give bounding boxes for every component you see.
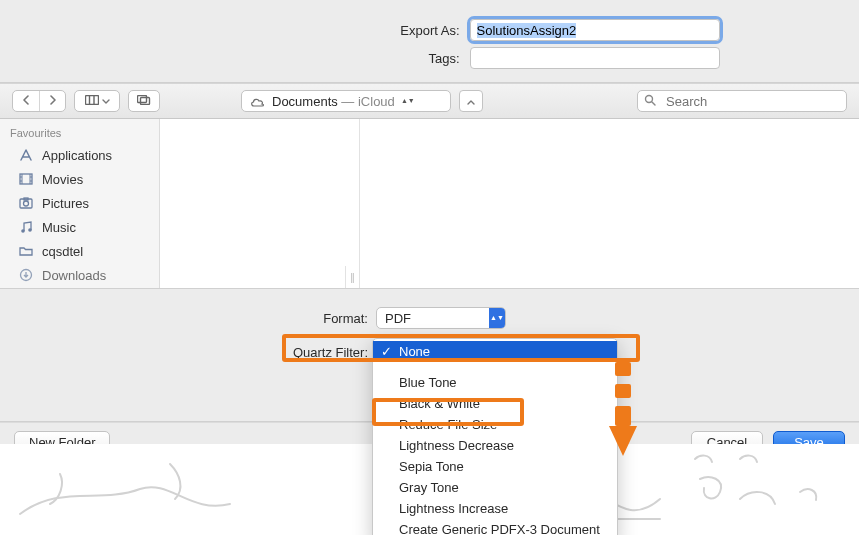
format-label: Format: — [0, 311, 368, 326]
dropdown-item-reduce-file-size[interactable]: Reduce File Size — [373, 414, 617, 435]
updown-icon: ▲▼ — [489, 308, 505, 328]
dropdown-item-label: None — [399, 344, 430, 359]
updown-icon: ▲▼ — [401, 93, 415, 109]
sidebar-item-folder[interactable]: cqsdtel — [0, 239, 159, 263]
quartz-filter-label: Quartz Filter: — [0, 345, 368, 360]
search-input[interactable] — [660, 91, 840, 111]
search-field-wrap[interactable] — [637, 90, 847, 112]
sidebar-item-applications[interactable]: Applications — [0, 143, 159, 167]
dropdown-item-label: Lightness Decrease — [399, 438, 514, 453]
dropdown-item-label: Sepia Tone — [399, 459, 464, 474]
dropdown-item-sepia-tone[interactable]: Sepia Tone — [373, 456, 617, 477]
folder-icon — [18, 243, 34, 259]
dropdown-item-label: Lightness Increase — [399, 501, 508, 516]
column-resize-handle[interactable]: ‖ — [345, 266, 359, 288]
chevron-up-icon — [467, 96, 475, 107]
location-popup[interactable]: Documents — iCloud ▲▼ — [241, 90, 451, 112]
sidebar-item-music[interactable]: Music — [0, 215, 159, 239]
export-header-panel: Export As: Tags: — [0, 0, 859, 83]
downloads-icon — [18, 267, 34, 283]
chevron-right-icon — [49, 95, 57, 107]
dropdown-item-none[interactable]: None — [373, 341, 617, 362]
file-browser: Favourites Applications Movies Pictures … — [0, 119, 859, 289]
sidebar-item-label: Applications — [42, 148, 112, 163]
dropdown-item-label: Blue Tone — [399, 375, 457, 390]
applications-icon — [18, 147, 34, 163]
chevron-left-icon — [22, 95, 30, 107]
dropdown-item-black-white[interactable]: Black & White — [373, 393, 617, 414]
svg-point-18 — [28, 228, 32, 232]
view-mode-button[interactable] — [75, 91, 119, 111]
svg-rect-0 — [85, 96, 98, 105]
dropdown-item-lightness-increase[interactable]: Lightness Increase — [373, 498, 617, 519]
svg-rect-4 — [141, 98, 150, 105]
group-button[interactable] — [129, 91, 159, 111]
file-column-1[interactable]: ‖ — [160, 119, 360, 288]
export-as-input[interactable] — [470, 19, 720, 41]
format-popup[interactable]: PDF ▲▼ — [376, 307, 506, 329]
svg-point-17 — [21, 229, 25, 233]
sidebar-item-label: cqsdtel — [42, 244, 83, 259]
format-value: PDF — [385, 311, 411, 326]
location-name: Documents — [272, 94, 338, 109]
location-suffix: — iCloud — [338, 94, 395, 109]
sidebar-item-label: Pictures — [42, 196, 89, 211]
sidebar-item-pictures[interactable]: Pictures — [0, 191, 159, 215]
dropdown-item-label: Create Generic PDFX-3 Document — [399, 522, 600, 535]
svg-point-5 — [646, 95, 653, 102]
search-icon — [644, 94, 656, 109]
nav-back-button[interactable] — [13, 91, 39, 111]
export-as-label: Export As: — [140, 23, 460, 38]
file-browser-toolbar: Documents — iCloud ▲▼ — [0, 83, 859, 119]
tags-input[interactable] — [470, 47, 720, 69]
dropdown-item-label: Black & White — [399, 396, 480, 411]
sidebar-item-label: Music — [42, 220, 76, 235]
music-icon — [18, 219, 34, 235]
svg-line-6 — [652, 102, 655, 105]
dropdown-item-label: Reduce File Size — [399, 417, 497, 432]
sidebar-header: Favourites — [0, 123, 159, 143]
location-area: Documents — iCloud ▲▼ — [241, 90, 483, 112]
columns-icon — [85, 95, 99, 107]
tags-label: Tags: — [140, 51, 460, 66]
pictures-icon — [18, 195, 34, 211]
sidebar-item-movies[interactable]: Movies — [0, 167, 159, 191]
collapse-button[interactable] — [459, 90, 483, 112]
group-segment — [128, 90, 160, 112]
movies-icon — [18, 171, 34, 187]
dropdown-item-lightness-decrease[interactable]: Lightness Decrease — [373, 435, 617, 456]
dropdown-item-gray-tone[interactable]: Gray Tone — [373, 477, 617, 498]
dropdown-item-blue-tone[interactable]: Blue Tone — [373, 372, 617, 393]
svg-point-15 — [24, 201, 29, 206]
group-icon — [137, 95, 151, 107]
view-mode-segment — [74, 90, 120, 112]
sidebar: Favourites Applications Movies Pictures … — [0, 119, 160, 288]
chevron-down-icon — [102, 95, 110, 107]
file-column-2[interactable] — [360, 119, 859, 288]
nav-back-forward — [12, 90, 66, 112]
dropdown-item-pdfx3[interactable]: Create Generic PDFX-3 Document — [373, 519, 617, 535]
quartz-filter-dropdown[interactable]: None Blue Tone Black & White Reduce File… — [372, 338, 618, 535]
sidebar-item-label: Downloads — [42, 268, 106, 283]
sidebar-item-downloads[interactable]: Downloads — [0, 263, 159, 287]
cloud-icon — [250, 96, 266, 107]
nav-forward-button[interactable] — [39, 91, 65, 111]
dropdown-item-label: Gray Tone — [399, 480, 459, 495]
svg-rect-3 — [138, 96, 147, 103]
sidebar-item-label: Movies — [42, 172, 83, 187]
